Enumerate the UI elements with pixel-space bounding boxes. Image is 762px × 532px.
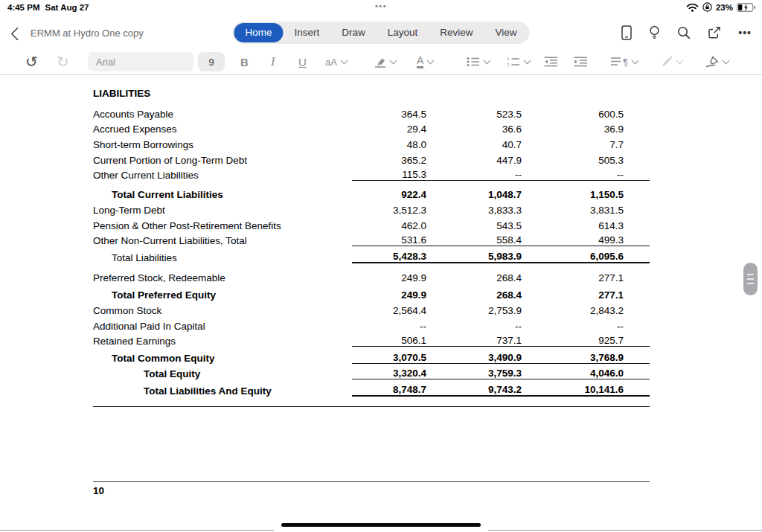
numbered-list-icon: 12 — [507, 57, 520, 67]
redo-button[interactable]: ↻ — [57, 49, 69, 74]
chevron-down-icon — [340, 57, 348, 65]
row-label: Long-Term Debt — [93, 205, 352, 216]
row-label: Total Current Liabilities — [93, 189, 352, 200]
value-col3: 10,141.6 — [522, 384, 624, 395]
value-col3: 1,150.5 — [522, 189, 624, 200]
font-color-button[interactable]: A — [417, 49, 433, 74]
search-button[interactable] — [677, 26, 691, 39]
value-col1: 5,428.3 — [352, 251, 426, 262]
paragraph-lines-icon — [611, 57, 621, 67]
font-size-value: 9 — [198, 52, 225, 71]
text-case-icon: aA — [325, 57, 337, 67]
share-button[interactable] — [708, 26, 721, 39]
multitasking-dots-icon[interactable]: ••• — [375, 1, 387, 10]
row-values: 48.040.77.7 — [352, 139, 650, 150]
page-number: 10 — [93, 485, 650, 496]
tab-home[interactable]: Home — [234, 23, 283, 42]
table-row-total: Total Common Equity3,070.53,490.93,768.9 — [93, 348, 650, 364]
document-title: ERMM at Hydro One copy — [31, 28, 144, 39]
chevron-down-icon — [390, 57, 397, 65]
font-size-picker[interactable]: 9 — [198, 49, 225, 74]
row-label: Additional Paid In Capital — [93, 321, 352, 332]
highlight-color-button[interactable] — [374, 49, 396, 74]
status-time-date: 4:45 PMSat Aug 27 — [7, 3, 94, 12]
mobile-view-button[interactable] — [621, 25, 632, 40]
row-label: Total Liabilities And Equity — [93, 385, 352, 397]
value-col2: 40.7 — [426, 139, 522, 150]
outdent-icon — [544, 57, 558, 67]
tab-review[interactable]: Review — [429, 23, 484, 42]
value-col1: 2,564.4 — [352, 305, 426, 316]
formatting-toolbar: ↺ ↻ Arial 9 B I U aA A 12 — [0, 49, 762, 75]
table-row: Preferred Stock, Redeemable249.9268.4277… — [93, 268, 650, 283]
row-values: 29.436.636.9 — [352, 124, 650, 135]
tab-layout[interactable]: Layout — [377, 23, 429, 42]
value-col2: 2,753.9 — [426, 305, 522, 316]
value-col2: 3,490.9 — [426, 352, 522, 363]
value-col3: 505.3 — [522, 155, 624, 166]
value-col3: 7.7 — [522, 139, 624, 150]
paragraph-formatting-button[interactable]: ¶ — [611, 49, 638, 74]
home-indicator[interactable] — [281, 523, 481, 528]
font-name-value: Arial — [88, 52, 193, 71]
chevron-down-icon — [427, 57, 435, 65]
row-values: 2,564.42,753.92,843.2 — [352, 305, 650, 316]
underline-button[interactable]: U — [298, 49, 307, 74]
redo-icon: ↻ — [57, 53, 69, 71]
page-footer: 10 — [93, 481, 650, 496]
table-row: Retained Earnings506.1737.1925.7 — [93, 332, 650, 347]
increase-indent-button[interactable] — [574, 49, 588, 74]
tab-draw[interactable]: Draw — [330, 23, 377, 42]
lightbulb-icon — [649, 25, 660, 40]
bullet-list-button[interactable] — [467, 49, 490, 74]
chevron-down-icon — [484, 57, 491, 65]
value-col1: 462.0 — [352, 220, 426, 231]
row-values: 506.1737.1925.7 — [352, 335, 650, 347]
value-col3: 3,768.9 — [522, 352, 624, 363]
text-effects-button[interactable]: aA — [325, 49, 347, 74]
decrease-indent-button[interactable] — [544, 49, 558, 74]
font-color-icon: A — [417, 55, 423, 68]
value-col1: 3,320.4 — [352, 368, 426, 379]
value-col2: 268.4 — [426, 289, 522, 301]
value-col1: 115.3 — [352, 169, 426, 180]
undo-button[interactable]: ↺ — [25, 49, 38, 74]
row-values: ------ — [352, 321, 650, 332]
row-label: Other Current Liabilities — [93, 170, 352, 181]
table-row: Accounts Payable364.5523.5600.5 — [93, 104, 650, 120]
chevron-down-icon — [676, 57, 684, 65]
page-bottom-edge — [0, 530, 274, 531]
tell-me-button[interactable] — [649, 25, 660, 40]
back-chevron-icon[interactable] — [10, 27, 24, 40]
row-label: Preferred Stock, Redeemable — [93, 272, 352, 283]
pen-style-button[interactable] — [705, 49, 729, 74]
underline-icon: U — [298, 57, 307, 68]
value-col2: 268.4 — [426, 272, 522, 283]
row-values: 3,512.33,833.33,831.5 — [352, 205, 650, 216]
phone-icon — [621, 25, 632, 40]
value-col3: 4,046.0 — [522, 368, 624, 379]
row-label: Short-term Borrowings — [93, 139, 352, 150]
table-row: Common Stock2,564.42,753.92,843.2 — [93, 301, 650, 316]
italic-button[interactable]: I — [271, 49, 275, 74]
scrollbar-handle[interactable] — [743, 263, 758, 295]
ribbon-tabs: Home Insert Draw Layout Review View — [232, 22, 529, 44]
table-bottom-rule — [93, 406, 650, 407]
font-name-picker[interactable]: Arial — [88, 49, 193, 74]
tab-view[interactable]: View — [484, 23, 528, 42]
tab-insert[interactable]: Insert — [283, 23, 330, 42]
value-col2: 9,743.2 — [426, 384, 522, 395]
numbered-list-button[interactable]: 12 — [507, 49, 530, 74]
undo-icon: ↺ — [25, 53, 38, 71]
balance-sheet-table: LIABILITIES Accounts Payable364.5523.560… — [93, 88, 650, 407]
format-pen-button[interactable] — [661, 49, 682, 74]
status-time: 4:45 PM — [7, 3, 39, 12]
bold-button[interactable]: B — [240, 49, 249, 74]
table-row: Other Non-Current Liabilities, Total531.… — [93, 231, 650, 247]
document-canvas[interactable]: LIABILITIES Accounts Payable364.5523.560… — [0, 75, 762, 532]
more-menu-button[interactable]: ••• — [738, 27, 752, 39]
chevron-down-icon — [524, 57, 531, 65]
row-label: Accrued Expenses — [93, 124, 352, 135]
value-col2: 737.1 — [426, 335, 522, 346]
indent-icon — [574, 57, 588, 67]
